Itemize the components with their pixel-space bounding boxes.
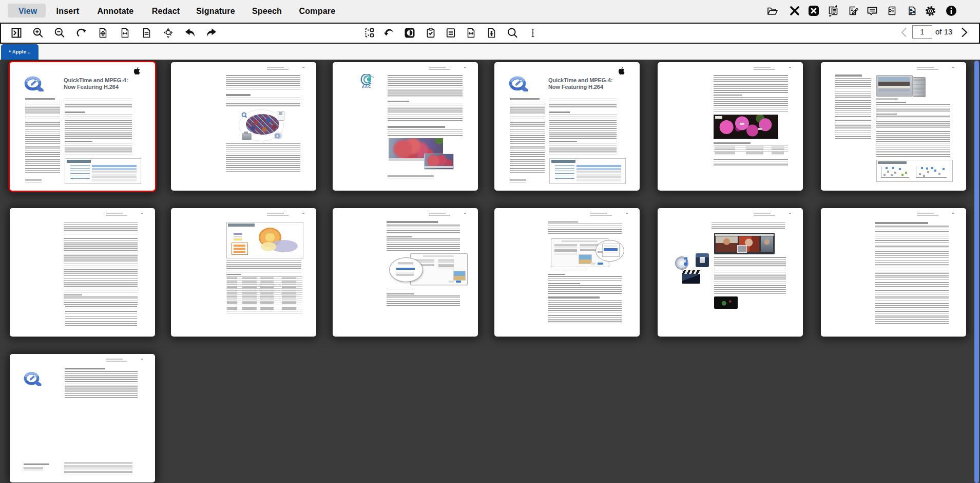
- svg-text:AAC: AAC: [362, 85, 371, 88]
